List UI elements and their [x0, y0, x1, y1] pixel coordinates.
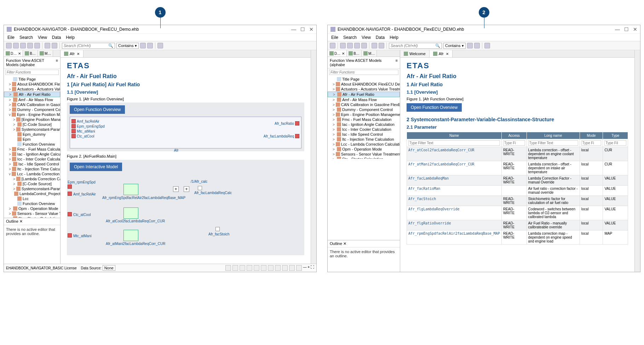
tree-item[interactable]: >Opm - Operation Mode [4, 206, 60, 211]
close-button[interactable]: ✕ [309, 27, 314, 32]
tree-item[interactable]: Title Page [328, 77, 400, 82]
tree-item[interactable]: >[Engine Position Management] [4, 117, 60, 122]
tb-prev-icon[interactable] [372, 43, 377, 48]
tree-item[interactable]: >About EHANDBOOK FlexECU Demo [328, 82, 400, 87]
open-model-button[interactable]: Open Interactive Model [70, 163, 122, 171]
table-row[interactable]: Afr_atCool2facLambdaReqCorr_CURREAD-WRIT… [407, 147, 628, 161]
tree-item[interactable]: >Systemconstant-Parameter-Var [4, 127, 60, 132]
menu-view[interactable]: View [38, 35, 47, 40]
doc-tab-afr[interactable]: Afr✕ [430, 50, 453, 57]
tb-prev-icon[interactable] [45, 43, 50, 48]
tb-up-icon[interactable] [147, 43, 153, 48]
menu-file[interactable]: Eile [7, 35, 15, 40]
sb-icon[interactable] [225, 265, 231, 271]
tb-book-icon[interactable] [13, 43, 19, 48]
table-row[interactable]: Afr_atMani2facLambdaReqCorr_CURREAD-WRIT… [407, 161, 628, 175]
tree-item[interactable]: >Actuators - Actuators Value Treatm [4, 87, 60, 92]
sidebar-tab-m[interactable]: M… [362, 50, 377, 57]
tree-item[interactable]: >Amf - Air Mass Flow [328, 97, 400, 102]
sidebar-tab-m[interactable]: M… [38, 50, 53, 57]
sidebar-tab-d[interactable]: D…✕ [4, 50, 23, 57]
column-filter[interactable] [604, 140, 626, 146]
maximize-button[interactable]: ☐ [624, 27, 629, 32]
tb-back-icon[interactable] [6, 43, 12, 48]
tb-back-icon[interactable] [330, 43, 335, 48]
table-row[interactable]: Afr_flgRatioOverrideREAD-WRITEAir Fuel R… [407, 220, 628, 230]
tree-item[interactable]: >Fmc - Fuel Mass Calculation [4, 147, 60, 152]
tree-item[interactable]: >Dummy - Component Control [4, 107, 60, 112]
tb-config-icon[interactable] [484, 43, 490, 48]
tree-item[interactable]: >[C-Code Source] [4, 122, 60, 127]
doc-tab-welcome[interactable]: Welcome [400, 50, 430, 57]
tree-item[interactable]: Epm_dummy [4, 132, 60, 137]
outline-close[interactable]: ✕ [19, 219, 23, 223]
search-mode-combo[interactable]: Contains▾ [116, 43, 139, 49]
tb-book-icon[interactable] [340, 43, 346, 48]
tree-item[interactable]: >CAN Calibration in Gasoline FlexEC [4, 102, 60, 107]
tree-item[interactable]: vLcc - Lambda Correction Calculati [4, 171, 60, 176]
tree-item[interactable]: >About EHANDBOOK FlexECU Dem [4, 82, 60, 87]
tree-item[interactable]: >Iac - Ignition Angle Calculation [328, 122, 400, 127]
tree-item[interactable]: Title Page [4, 77, 60, 82]
function-tree[interactable]: Title Page>About EHANDBOOK FlexECU Dem>A… [4, 76, 60, 218]
tree-item[interactable]: >Icc - Inter Cooler Calculation [328, 127, 400, 132]
tree-item[interactable]: Function Overview [4, 142, 60, 147]
tree-item[interactable]: >Isc - Idle Speed Control [4, 162, 60, 166]
column-filter[interactable] [528, 140, 578, 146]
menu-search[interactable]: Search [19, 35, 33, 40]
tree-item[interactable]: Function Overview [4, 201, 60, 206]
close-button[interactable]: ✕ [633, 27, 637, 32]
tree-item[interactable]: LambdaControl_Project [4, 191, 60, 196]
column-filter[interactable] [581, 140, 602, 146]
open-overview-button[interactable]: Open Function Overview [70, 105, 125, 114]
table-row[interactable]: Afr_facLambdaReqManREAD-WRITELambda Corr… [407, 175, 628, 186]
outline-close[interactable]: ✕ [343, 241, 346, 246]
menu-data[interactable]: Data [376, 35, 385, 40]
column-filter[interactable] [408, 140, 500, 146]
function-tree[interactable]: Title Page>About EHANDBOOK FlexECU Demo>… [328, 76, 400, 159]
table-row[interactable]: Afr_flgLambdaReqOverrideREAD-WRITECodewo… [407, 206, 628, 220]
tb-next-icon[interactable] [52, 43, 57, 48]
maximize-button[interactable]: ☐ [300, 27, 305, 32]
tb-doc-icon[interactable] [354, 43, 360, 48]
tree-item[interactable]: >Lcc - Lambda Correction Calculation [328, 142, 400, 147]
column-filter[interactable] [503, 140, 525, 146]
menu-help[interactable]: Help [66, 35, 75, 40]
tb-export-icon[interactable] [347, 43, 353, 48]
tb-refresh-icon[interactable] [34, 43, 40, 48]
tree-item[interactable]: >Actuators - Actuators Value Treatmen [328, 87, 400, 92]
tree-item[interactable]: >Afr - Air Fuel Ratio [4, 92, 60, 97]
menu-icon[interactable]: ≡ [56, 58, 58, 67]
filter-input[interactable] [5, 70, 59, 75]
tb-config-icon[interactable] [157, 43, 163, 48]
menu-search[interactable]: Search [343, 35, 357, 40]
filter-input[interactable] [329, 70, 398, 75]
tree-item[interactable]: >Amf - Air Mass Flow [4, 97, 60, 102]
menu-help[interactable]: Help [390, 35, 398, 40]
sidebar-tab-b[interactable]: B… [23, 50, 38, 57]
tree-item[interactable]: >Opm - Operation Mode [328, 147, 400, 152]
sidebar-tab-d[interactable]: D…✕ [328, 50, 347, 57]
scrollbar[interactable] [634, 50, 640, 272]
tree-item[interactable]: >Itc - Injection Time Calculation [4, 166, 60, 171]
tree-item[interactable]: >Fmc - Fuel Mass Calculation [328, 117, 400, 122]
table-row[interactable]: Afr_facRatioManAir fuel ratio - correcti… [407, 186, 628, 196]
tb-next-icon[interactable] [379, 43, 384, 48]
tb-export-icon[interactable] [20, 43, 26, 48]
scrollbar[interactable] [311, 50, 316, 264]
menu-data[interactable]: Data [52, 35, 61, 40]
tree-item[interactable]: >Sensors - Sensor Value Treatment [328, 152, 400, 157]
tree-item[interactable]: >Itc - Injection Time Calculation [328, 137, 400, 142]
doc-tab-afr[interactable]: Afr✕ [61, 50, 84, 57]
tree-item[interactable]: >Isc - Idle Speed Control [328, 132, 400, 137]
tb-doc-icon[interactable] [27, 43, 33, 48]
open-overview-button[interactable]: Open Function Overview [407, 103, 462, 112]
tree-item[interactable]: vEpm - Engine Position Manageme [4, 112, 60, 117]
tree-item[interactable]: >Iac - Ignition Angle Calculation [4, 152, 60, 157]
tree-item[interactable]: >Dummy - Component Control [328, 107, 400, 112]
tree-item[interactable]: Epm [4, 137, 60, 142]
tree-item[interactable]: >Sensors - Sensor Value Treatment [4, 211, 60, 216]
menu-icon[interactable]: ≡ [396, 58, 398, 67]
tree-item[interactable]: >[Lambda Correction Calculation [4, 176, 60, 181]
tree-item[interactable]: >Systemconstant-Parameter-Var [4, 186, 60, 191]
